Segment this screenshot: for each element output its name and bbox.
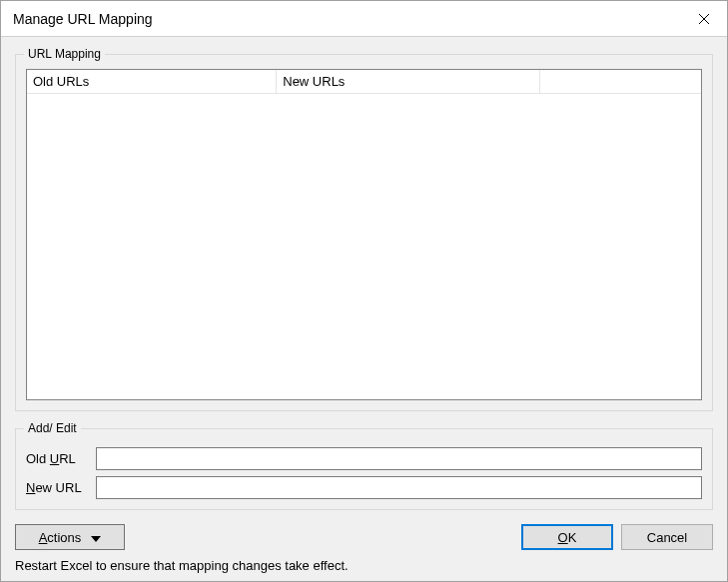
new-url-label: New URL <box>26 480 96 495</box>
column-header-old-urls[interactable]: Old URLs <box>27 70 277 94</box>
new-url-input[interactable] <box>96 476 702 499</box>
dropdown-arrow-icon <box>91 530 101 545</box>
window-title: Manage URL Mapping <box>13 11 153 27</box>
button-row: Actions OK Cancel <box>15 524 713 554</box>
column-header-new-urls[interactable]: New URLs <box>277 70 539 94</box>
status-text: Restart Excel to ensure that mapping cha… <box>15 554 713 573</box>
url-mapping-group: URL Mapping Old URLs New URLs <box>15 47 713 411</box>
close-icon <box>698 13 710 25</box>
ok-button[interactable]: OK <box>521 524 613 550</box>
titlebar: Manage URL Mapping <box>1 1 727 37</box>
url-mapping-legend: URL Mapping <box>24 47 105 61</box>
close-button[interactable] <box>681 1 727 37</box>
add-edit-group: Add/ Edit Old URL New URL <box>15 421 713 510</box>
dialog-window: Manage URL Mapping URL Mapping Old URLs … <box>0 0 728 582</box>
actions-button-rest: ctions <box>47 530 81 545</box>
column-header-extra[interactable] <box>539 70 701 94</box>
actions-button[interactable]: Actions <box>15 524 125 550</box>
old-url-input[interactable] <box>96 447 702 470</box>
old-url-label: Old URL <box>26 451 96 466</box>
url-mapping-table-container[interactable]: Old URLs New URLs <box>26 69 702 400</box>
right-buttons: OK Cancel <box>521 524 713 550</box>
add-edit-legend: Add/ Edit <box>24 421 81 435</box>
cancel-button[interactable]: Cancel <box>621 524 713 550</box>
url-mapping-table: Old URLs New URLs <box>27 70 701 94</box>
svg-marker-2 <box>91 536 101 542</box>
content-area: URL Mapping Old URLs New URLs <box>1 37 727 581</box>
